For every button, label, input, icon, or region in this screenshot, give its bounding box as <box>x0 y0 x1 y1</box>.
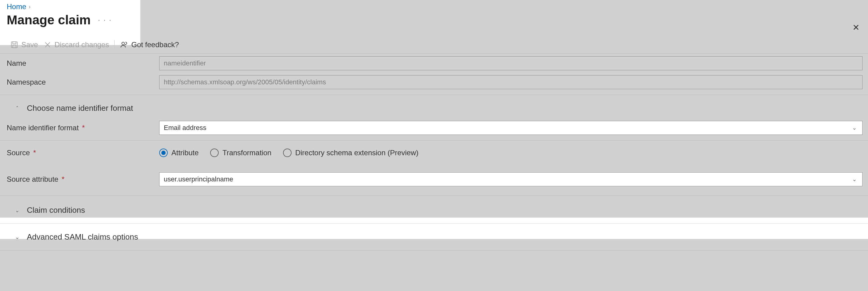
source-label: Source <box>7 149 30 157</box>
page-title: Manage claim <box>7 13 91 27</box>
radio-transformation[interactable]: Transformation <box>210 149 272 157</box>
section-advanced-title: Advanced SAML claims options <box>27 232 138 242</box>
discard-button[interactable]: Discard changes <box>43 40 109 49</box>
feedback-label: Got feedback? <box>131 40 179 49</box>
section-choose-name-identifier-format[interactable]: ˄ Choose name identifier format <box>5 98 863 118</box>
section-claim-conditions-title: Claim conditions <box>27 206 85 215</box>
save-button[interactable]: Save <box>10 40 38 49</box>
source-attribute-select[interactable]: user.userprincipalname ⌄ <box>159 172 863 186</box>
svg-rect-1 <box>13 42 16 44</box>
chevron-down-icon: ⌄ <box>14 234 20 241</box>
radio-dot-icon <box>159 149 168 157</box>
radio-dot-icon <box>283 149 291 157</box>
divider <box>0 95 868 95</box>
chevron-down-icon: ⌄ <box>852 176 857 183</box>
more-actions-button[interactable]: · · · <box>98 16 112 24</box>
close-icon: ✕ <box>852 23 860 32</box>
close-button[interactable]: ✕ <box>852 23 860 33</box>
chevron-up-icon: ˄ <box>14 105 20 112</box>
source-required-indicator: * <box>33 149 36 157</box>
toolbar-separator <box>114 40 115 49</box>
source-attribute-label: Source attribute <box>7 175 58 183</box>
name-input[interactable] <box>159 56 863 70</box>
divider <box>0 140 868 141</box>
divider <box>0 223 868 224</box>
section-nif-title: Choose name identifier format <box>27 104 133 113</box>
nif-select-value: Email address <box>164 124 206 132</box>
chevron-down-icon: ⌄ <box>14 207 20 214</box>
radio-directory-schema-extension[interactable]: Directory schema extension (Preview) <box>283 149 418 157</box>
section-claim-conditions[interactable]: ⌄ Claim conditions <box>5 200 863 220</box>
radio-attribute-label: Attribute <box>172 149 198 157</box>
chevron-right-icon: › <box>29 4 31 10</box>
radio-attribute[interactable]: Attribute <box>159 149 198 157</box>
nif-label: Name identifier format <box>7 123 79 132</box>
source-attribute-value: user.userprincipalname <box>164 175 233 183</box>
source-attribute-required-indicator: * <box>62 175 64 183</box>
source-radio-group: Attribute Transformation Directory schem… <box>159 146 863 159</box>
row-namespace: Namespace <box>5 73 863 92</box>
namespace-input[interactable] <box>159 75 863 89</box>
breadcrumb: Home › <box>0 0 868 12</box>
save-icon <box>10 41 18 49</box>
radio-dir-ext-label: Directory schema extension (Preview) <box>295 149 418 157</box>
nif-select[interactable]: Email address ⌄ <box>159 121 863 135</box>
nif-required-indicator: * <box>82 123 85 132</box>
svg-rect-0 <box>11 42 18 48</box>
row-name-identifier-format: Name identifier format * Email address ⌄ <box>5 118 863 137</box>
divider <box>0 250 868 251</box>
row-source: Source * Attribute Transformation Direc <box>5 144 863 162</box>
command-bar: Save Discard changes Got feedback? <box>0 36 868 54</box>
chevron-down-icon: ⌄ <box>852 124 857 131</box>
feedback-icon <box>120 41 128 49</box>
discard-icon <box>43 41 52 49</box>
save-label: Save <box>21 40 38 49</box>
section-advanced-saml-claims-options[interactable]: ⌄ Advanced SAML claims options <box>5 227 863 247</box>
row-name: Name <box>5 54 863 73</box>
radio-transformation-label: Transformation <box>222 149 272 157</box>
discard-label: Discard changes <box>55 40 109 49</box>
namespace-label: Namespace <box>5 78 159 86</box>
divider <box>0 195 868 196</box>
row-source-attribute: Source attribute * user.userprincipalnam… <box>5 170 863 189</box>
svg-point-5 <box>122 42 125 45</box>
svg-rect-2 <box>13 45 16 48</box>
breadcrumb-home-link[interactable]: Home <box>7 2 26 11</box>
name-label: Name <box>5 59 159 68</box>
feedback-button[interactable]: Got feedback? <box>120 40 179 49</box>
radio-dot-icon <box>210 149 219 157</box>
